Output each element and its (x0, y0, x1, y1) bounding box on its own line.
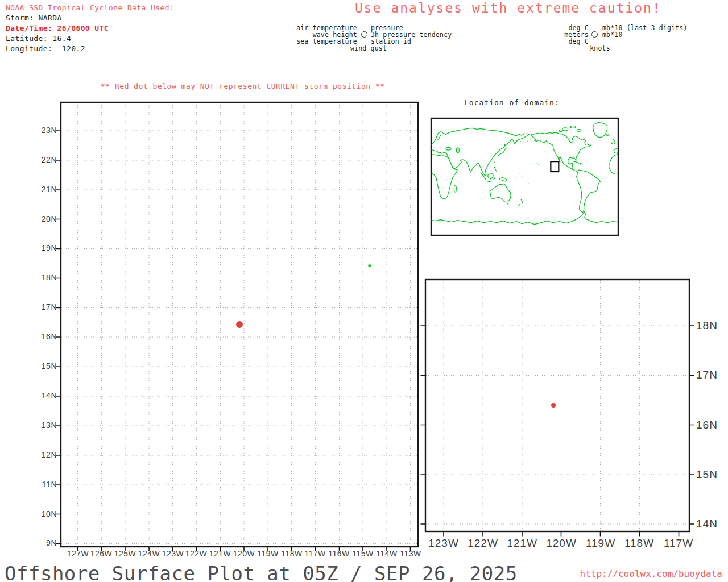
x-tick-label: 117W (664, 538, 693, 550)
x-tick-label: 116W (328, 550, 350, 558)
y-tick-label: 15N (42, 362, 57, 371)
y-tick-label: 20N (42, 215, 57, 223)
inset-plot-yticks-right (690, 326, 694, 524)
y-tick-label: 18N (696, 320, 718, 332)
plot-graphics (0, 0, 728, 582)
y-tick-label: 23N (42, 126, 57, 135)
storm-position-dot-zoom (551, 403, 556, 408)
x-tick-label: 118W (624, 538, 654, 550)
page-title: Offshore Surface Plot at 05Z / SEP 26, 2… (5, 563, 518, 582)
y-tick-label: 17N (696, 369, 718, 381)
x-tick-label: 122W (468, 538, 498, 550)
y-tick-label: 18N (42, 273, 57, 282)
x-tick-label: 115W (352, 550, 374, 558)
buoy-plot-page: NOAA SSD Tropical Cyclone Data Used: Sto… (0, 0, 728, 582)
x-tick-label: 121W (209, 550, 231, 558)
x-tick-label: 121W (507, 538, 537, 550)
inset-plot-yticks-left (421, 326, 425, 524)
inset-plot-vgrid (444, 280, 679, 531)
x-tick-label: 114W (376, 550, 398, 558)
site-url: http://coolwx.com/buoydata (580, 569, 722, 579)
y-tick-label: 13N (42, 421, 57, 430)
x-tick-label: 119W (586, 538, 615, 550)
y-tick-label: 10N (42, 510, 57, 518)
y-tick-label: 19N (42, 244, 57, 252)
y-tick-label: 16N (42, 332, 57, 341)
y-tick-label: 16N (696, 419, 718, 431)
x-tick-label: 113W (400, 550, 421, 558)
coastlines (432, 122, 618, 224)
y-tick-label: 11N (42, 480, 57, 489)
x-tick-label: 125W (114, 550, 136, 558)
storm-position-dot (236, 321, 243, 328)
y-tick-label: 17N (42, 303, 57, 311)
inset-plot-xticks (444, 532, 679, 537)
x-tick-label: 127W (67, 550, 89, 558)
x-tick-label: 119W (257, 550, 279, 558)
domain-box (551, 161, 559, 172)
inset-plot-frame (425, 280, 689, 531)
main-plot-hgrid (61, 131, 417, 544)
x-tick-label: 123W (162, 550, 184, 558)
y-tick-label: 15N (696, 469, 718, 481)
x-tick-label: 124W (138, 550, 160, 558)
y-tick-label: 12N (42, 451, 57, 459)
world-map-frame (431, 118, 618, 235)
x-tick-label: 120W (546, 538, 577, 550)
x-tick-label: 123W (428, 538, 459, 550)
y-tick-label: 14N (42, 392, 57, 400)
world-map (432, 122, 618, 224)
y-tick-label: 22N (42, 156, 57, 164)
y-tick-label: 14N (696, 518, 718, 530)
inset-plot-hgrid (426, 326, 688, 524)
green-station-mark (369, 265, 372, 268)
main-plot-vgrid (78, 103, 411, 546)
y-tick-label: 9N (46, 539, 57, 547)
x-tick-label: 120W (233, 550, 255, 558)
x-tick-label: 126W (90, 550, 113, 558)
x-tick-label: 117W (304, 550, 326, 558)
y-tick-label: 21N (42, 185, 57, 194)
x-tick-label: 118W (281, 550, 303, 558)
x-tick-label: 122W (185, 550, 208, 558)
